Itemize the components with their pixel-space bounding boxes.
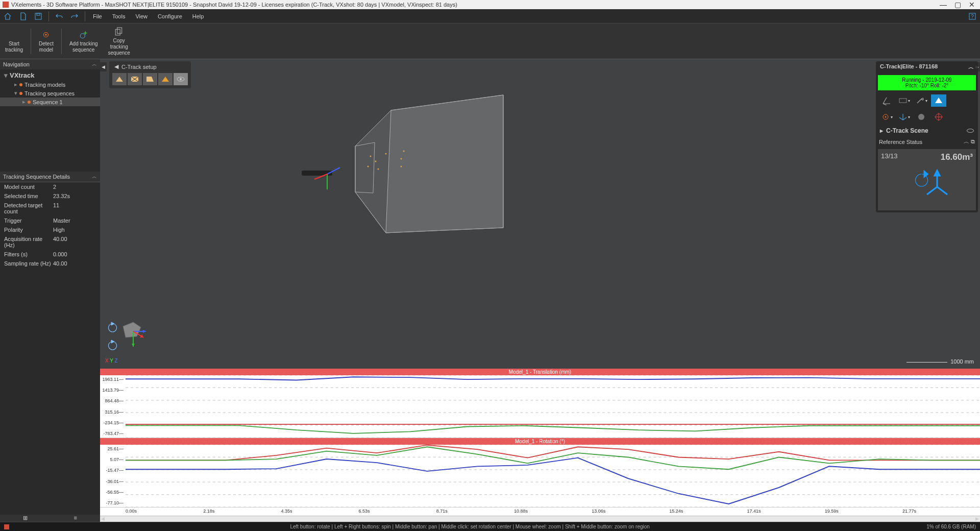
eye-icon[interactable]	[967, 127, 974, 134]
rotation-chart[interactable]: Model_1 - Rotation (°) 25.61—5.07—-15.47…	[100, 438, 980, 508]
svg-point-6	[80, 33, 85, 38]
menu-file[interactable]: File	[88, 13, 107, 19]
viewport-3d[interactable]: ◀ ▶ ◀ C-Track setup	[100, 59, 980, 369]
details-panel: Model count2 Selected time23.32s Detecte…	[0, 182, 100, 268]
svg-marker-37	[111, 322, 114, 325]
menu-tools[interactable]: Tools	[107, 13, 131, 19]
titlebar-text: VXelements - 3D Software Platform - MaxS…	[11, 2, 457, 8]
svg-point-32	[401, 166, 402, 167]
value-trigger: Master	[53, 218, 96, 224]
svg-point-5	[45, 34, 47, 35]
label-detected-target: Detected target count	[4, 202, 53, 214]
ctrack-status: Running - 2019-12-09 Pitch: -10° Roll: -…	[878, 75, 976, 90]
tree-item-tracking-models[interactable]: ▸ Tracking models	[0, 80, 100, 89]
ref-status-panel: 13/13 16.60m³	[878, 149, 976, 210]
status-icon	[4, 524, 9, 529]
help-icon[interactable]: ?	[965, 10, 980, 22]
close-button[interactable]: ✕	[969, 1, 975, 9]
chevron-up-icon[interactable]: ︿	[964, 138, 969, 144]
chevron-up-icon[interactable]: ︿	[968, 64, 974, 70]
left-panel-footer: ⊞ ≡	[0, 515, 100, 522]
ref-volume: 16.60m³	[941, 152, 973, 162]
tool-icon-device[interactable]: ▾	[896, 94, 912, 107]
tool-icon-volume[interactable]	[931, 94, 946, 107]
maximize-button[interactable]: ▢	[954, 1, 961, 9]
statusbar-ram: 1% of 60.6 GB (RAM)	[926, 524, 976, 529]
details-header[interactable]: Tracking Sequence Details ︿	[0, 172, 100, 182]
value-acq-rate: 40.00	[53, 236, 96, 248]
copy-tracking-sequence-button[interactable]: Copy tracking sequence	[103, 23, 135, 59]
svg-point-49	[885, 116, 887, 118]
navigation-header[interactable]: Navigation ︿	[0, 59, 100, 69]
label-model-count: Model count	[4, 184, 53, 190]
translation-chart-title: Model_1 - Translation (mm)	[100, 369, 980, 375]
tool-icon-axes[interactable]: ▾	[896, 111, 912, 123]
svg-rect-7	[115, 29, 120, 35]
label-acq-rate: Acquisition rate (Hz)	[4, 236, 53, 248]
left-panel: Navigation ︿ ▾ VXtrack ▸ Tracking models…	[0, 59, 100, 522]
center-area: ◀ ▶ ◀ C-Track setup	[100, 59, 980, 522]
svg-marker-54	[924, 172, 927, 177]
svg-marker-47	[935, 98, 942, 103]
statusbar-hints: Left button: rotate | Left + Right butto…	[290, 524, 650, 529]
svg-marker-41	[143, 330, 146, 333]
tool-icon-sphere[interactable]	[914, 111, 929, 123]
label-trigger: Trigger	[4, 218, 53, 224]
svg-point-30	[401, 158, 402, 160]
tool-icon-coordsys[interactable]	[879, 94, 894, 107]
ctrack-scene-header[interactable]: ▸C-Track Scene	[876, 125, 978, 136]
svg-point-28	[368, 166, 369, 167]
tree-root-vxtrack[interactable]: ▾ VXtrack	[0, 70, 100, 80]
main-toolbar: File Tools View Configure Help ?	[0, 9, 980, 23]
tool-icon-wrench[interactable]: ▾	[914, 94, 929, 107]
ref-count: 13/13	[881, 152, 898, 162]
navigation-tree: ▾ VXtrack ▸ Tracking models ▾ Tracking s…	[0, 69, 100, 172]
save-icon[interactable]	[31, 10, 46, 22]
tool-icon-crosshair[interactable]	[931, 111, 946, 123]
charts-area: Model_1 - Translation (mm) 1963.11—1413.…	[100, 369, 980, 522]
tree-item-tracking-sequences[interactable]: ▾ Tracking sequences	[0, 89, 100, 98]
svg-point-31	[403, 151, 405, 152]
tree-item-sequence1[interactable]: ▸ Sequence 1	[0, 98, 100, 106]
svg-rect-46	[899, 99, 906, 103]
translation-chart[interactable]: Model_1 - Translation (mm) 1963.11—1413.…	[100, 369, 980, 438]
redo-icon[interactable]	[67, 10, 82, 22]
titlebar: VXelements - 3D Software Platform - MaxS…	[0, 0, 980, 9]
svg-marker-39	[123, 322, 141, 337]
svg-point-29	[378, 168, 379, 170]
svg-rect-0	[35, 13, 41, 19]
value-filters: 0.000	[53, 251, 96, 257]
svg-line-58	[937, 187, 947, 195]
menu-configure[interactable]: Configure	[153, 13, 187, 19]
start-tracking-button[interactable]: Start tracking	[0, 23, 28, 59]
footer-icon-list[interactable]: ≡	[74, 515, 77, 522]
ref-status-header: Reference Status	[879, 139, 922, 145]
chevron-up-icon[interactable]: ︿	[92, 173, 97, 180]
undo-icon[interactable]	[52, 10, 67, 22]
minimize-button[interactable]: —	[940, 1, 947, 9]
add-tracking-sequence-button[interactable]: Add tracking sequence	[64, 23, 103, 59]
rotation-chart-title: Model_1 - Rotation (°)	[100, 438, 980, 445]
svg-marker-43	[132, 344, 135, 347]
menu-help[interactable]: Help	[187, 13, 209, 19]
axis-widget[interactable]: X Y Z	[105, 316, 151, 364]
svg-rect-8	[117, 28, 122, 33]
popout-icon[interactable]: ⧉	[971, 138, 975, 144]
new-file-icon[interactable]	[15, 10, 31, 22]
value-model-count: 2	[53, 184, 96, 190]
svg-text:?: ?	[971, 14, 974, 19]
label-sampling-rate: Sampling rate (Hz)	[4, 260, 53, 267]
app-icon	[3, 2, 9, 8]
svg-line-57	[927, 187, 937, 195]
svg-point-27	[385, 153, 387, 155]
svg-rect-1	[37, 13, 40, 15]
chevron-up-icon[interactable]: ︿	[92, 61, 97, 68]
tool-icon-target[interactable]: ▾	[879, 111, 894, 123]
menu-view[interactable]: View	[130, 13, 153, 19]
svg-marker-56	[935, 171, 940, 176]
footer-icon-grid[interactable]: ⊞	[23, 515, 28, 522]
chart-scrollbar[interactable]: ◀ ▶	[100, 516, 980, 522]
value-detected-target: 11	[53, 202, 96, 214]
home-icon[interactable]	[0, 10, 15, 22]
detect-model-button[interactable]: Detect model	[34, 23, 59, 59]
